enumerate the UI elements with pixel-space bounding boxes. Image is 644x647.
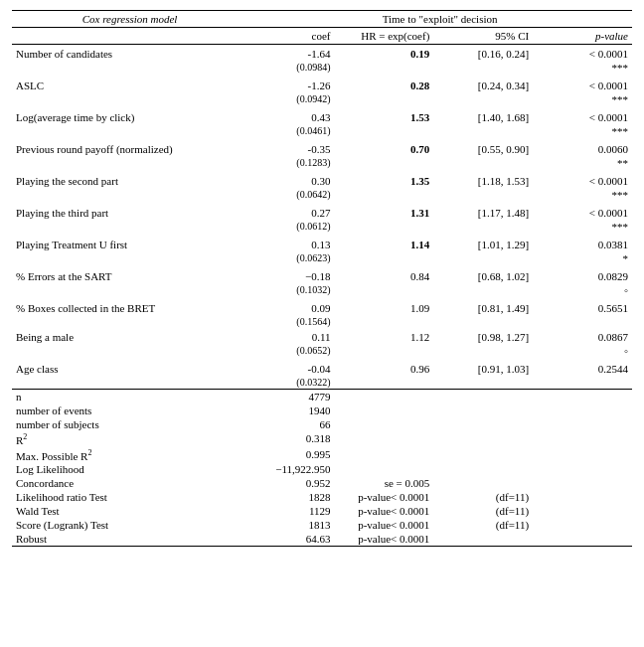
row-hr-empty	[334, 315, 433, 328]
row-coef: -0.04	[247, 360, 334, 376]
footer-val3: (df=11)	[433, 504, 533, 518]
table-row: Number of candidates-1.640.19[0.16, 0.24…	[12, 45, 632, 62]
row-hr: 0.70	[334, 140, 433, 156]
table-subheader: coef HR = exp(coef) 95% CI p-value	[12, 28, 632, 45]
footer-val1: 66	[247, 417, 334, 431]
footer-row: R20.318	[12, 431, 632, 447]
row-sig	[533, 376, 632, 390]
row-pval: 0.0381	[533, 236, 632, 251]
col-time-span: Time to "exploit" decision	[247, 11, 632, 28]
row-se: (0.0642)	[247, 188, 334, 204]
footer-val3	[433, 476, 533, 490]
footer-val2	[334, 417, 433, 431]
footer-val2	[334, 404, 433, 417]
footer-val3	[433, 404, 533, 417]
row-label-empty	[12, 61, 247, 77]
row-coef: 0.11	[247, 328, 334, 344]
row-hr: 1.14	[334, 236, 433, 251]
row-ci-empty	[433, 124, 533, 140]
row-label-empty	[12, 376, 247, 390]
footer-empty	[533, 532, 632, 547]
row-hr: 0.84	[334, 267, 433, 283]
footer-row: Robust64.63p-value< 0.0001	[12, 532, 632, 547]
row-ci-empty	[433, 344, 533, 360]
row-pval: 0.0867	[533, 328, 632, 344]
table-row-se: (0.0984)***	[12, 61, 632, 77]
footer-val3	[433, 447, 533, 463]
row-coef: 0.13	[247, 236, 334, 251]
footer-val3	[433, 431, 533, 447]
footer-label: n	[12, 390, 247, 404]
footer-label: Log Likelihood	[12, 462, 247, 476]
row-coef: 0.09	[247, 299, 334, 315]
row-ci: [0.16, 0.24]	[433, 45, 533, 62]
row-ci-empty	[433, 188, 533, 204]
row-hr-empty	[334, 344, 433, 360]
row-pval: 0.5651	[533, 299, 632, 315]
row-pval: 0.2544	[533, 360, 632, 376]
row-ci-empty	[433, 61, 533, 77]
footer-val2: p-value< 0.0001	[334, 532, 433, 547]
footer-val3	[433, 532, 533, 547]
row-ci-empty	[433, 251, 533, 267]
row-ci-empty	[433, 315, 533, 328]
footer-val1: 1940	[247, 404, 334, 417]
row-label-empty	[12, 315, 247, 328]
footer-label: Robust	[12, 532, 247, 547]
row-sig: *	[533, 251, 632, 267]
row-label-empty	[12, 156, 247, 172]
row-hr-empty	[334, 156, 433, 172]
footer-empty	[533, 462, 632, 476]
row-coef: -1.26	[247, 77, 334, 92]
row-hr: 1.31	[334, 204, 433, 220]
footer-val1: 1813	[247, 518, 334, 532]
row-hr: 0.19	[334, 45, 433, 62]
row-hr: 0.96	[334, 360, 433, 376]
row-hr-empty	[334, 251, 433, 267]
footer-val3	[433, 462, 533, 476]
footer-val3	[433, 417, 533, 431]
footer-empty	[533, 476, 632, 490]
footer-row: Score (Logrank) Test1813p-value< 0.0001(…	[12, 518, 632, 532]
row-hr: 0.28	[334, 77, 433, 92]
row-hr-empty	[334, 188, 433, 204]
row-sig: **	[533, 156, 632, 172]
footer-val2	[334, 447, 433, 463]
row-pval: 0.0829	[533, 267, 632, 283]
table-row-se: (0.0942)***	[12, 92, 632, 108]
table-row-se: (0.0461)***	[12, 124, 632, 140]
footer-label: Likelihood ratio Test	[12, 490, 247, 504]
row-label: % Boxes collected in the BRET	[12, 299, 247, 315]
row-ci: [0.98, 1.27]	[433, 328, 533, 344]
row-hr-empty	[334, 92, 433, 108]
row-label: ASLC	[12, 77, 247, 92]
row-sig	[533, 315, 632, 328]
row-label-empty	[12, 344, 247, 360]
row-pval: < 0.0001	[533, 77, 632, 92]
row-sig: ***	[533, 92, 632, 108]
row-label: Playing the third part	[12, 204, 247, 220]
table-row-se: (0.1564)	[12, 315, 632, 328]
row-hr-empty	[334, 61, 433, 77]
row-label: % Errors at the SART	[12, 267, 247, 283]
row-ci: [0.81, 1.49]	[433, 299, 533, 315]
row-ci: [1.18, 1.53]	[433, 172, 533, 188]
table-row-se: (0.0642)***	[12, 188, 632, 204]
footer-empty	[533, 390, 632, 404]
row-se: (0.1032)	[247, 283, 334, 299]
table-row-se: (0.0322)	[12, 376, 632, 390]
footer-val1: 1129	[247, 504, 334, 518]
row-pval: < 0.0001	[533, 108, 632, 124]
row-hr-empty	[334, 124, 433, 140]
footer-row: n4779	[12, 390, 632, 404]
footer-row: Likelihood ratio Test1828p-value< 0.0001…	[12, 490, 632, 504]
footer-val2	[334, 462, 433, 476]
row-label: Number of candidates	[12, 45, 247, 62]
footer-val3	[433, 390, 533, 404]
row-label: Previous round payoff (normalized)	[12, 140, 247, 156]
row-ci: [1.40, 1.68]	[433, 108, 533, 124]
row-ci-empty	[433, 283, 533, 299]
row-label-empty	[12, 251, 247, 267]
row-hr-empty	[334, 283, 433, 299]
row-hr: 1.53	[334, 108, 433, 124]
